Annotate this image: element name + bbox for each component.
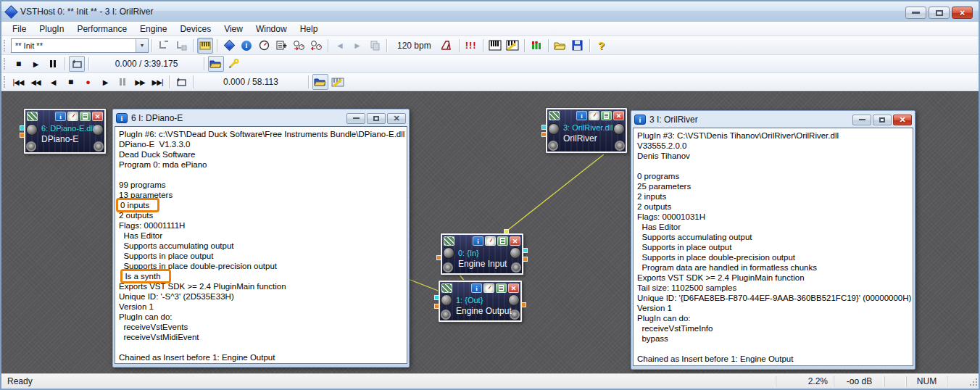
- menu-performance[interactable]: Performance: [70, 22, 133, 36]
- forward-button[interactable]: ►: [349, 38, 365, 54]
- node-info-button[interactable]: i: [473, 236, 483, 246]
- perf-play-button[interactable]: ▶: [28, 56, 43, 72]
- menu-view[interactable]: View: [217, 22, 249, 36]
- plugin-parameters-button[interactable]: [273, 38, 289, 54]
- chain-icon[interactable]: [549, 111, 560, 120]
- panic-button[interactable]: !!!: [463, 38, 479, 54]
- open-wave-file-button[interactable]: [312, 74, 328, 90]
- node-gauge-button[interactable]: [485, 236, 496, 246]
- menu-plugin[interactable]: PlugIn: [33, 22, 70, 36]
- menu-engine[interactable]: Engine: [133, 22, 173, 36]
- menu-devices[interactable]: Devices: [173, 22, 217, 36]
- node-dpiano[interactable]: i ✕ 6: DPiano-E.dll DPiano-E: [24, 109, 106, 154]
- wave-play-button[interactable]: ▶: [97, 74, 113, 90]
- copy-chain-button[interactable]: [367, 38, 383, 54]
- plugin-timing-button[interactable]: [256, 38, 272, 54]
- node-list-button[interactable]: [601, 111, 612, 120]
- metronome-button[interactable]: [439, 38, 455, 54]
- minimize-button[interactable]: [346, 113, 365, 124]
- resize-grip[interactable]: [967, 376, 979, 387]
- minimize-button[interactable]: [905, 7, 926, 19]
- wave-record-button[interactable]: ●: [80, 74, 96, 90]
- pin-midi-in[interactable]: [20, 125, 25, 130]
- wave-settings-button[interactable]: [330, 74, 346, 90]
- menu-window[interactable]: Window: [249, 22, 294, 36]
- node-close-button[interactable]: ✕: [92, 112, 103, 121]
- node-engine-input[interactable]: i ✕ 0: {In} Engine Input: [441, 233, 523, 275]
- performance-select[interactable]: ** Init ** ▼: [11, 38, 149, 53]
- node-list-button[interactable]: [497, 236, 508, 246]
- toolbar-grip[interactable]: [4, 76, 7, 88]
- close-button[interactable]: ×: [952, 7, 973, 19]
- plugin-info-button[interactable]: i: [238, 38, 254, 54]
- open-performance-button[interactable]: [552, 38, 568, 54]
- pin-chain-top[interactable]: [504, 229, 509, 234]
- menu-help[interactable]: Help: [294, 22, 325, 36]
- node-orilriver[interactable]: i ✕ 3: OrilRiver.dll OrilRiver: [546, 108, 627, 153]
- wave-to-start-button[interactable]: |◀◀: [10, 74, 26, 90]
- perf-pause-button[interactable]: [45, 56, 61, 72]
- close-button[interactable]: ✕: [387, 113, 406, 124]
- minimize-button[interactable]: [852, 115, 871, 125]
- plugin-window-titlebar[interactable]: i 3 I: OrilRiver ✕: [633, 112, 913, 128]
- chain-icon[interactable]: [444, 236, 454, 246]
- pin-audio-in[interactable]: [434, 304, 439, 309]
- show-banks-button[interactable]: [197, 38, 213, 54]
- close-button[interactable]: ✕: [893, 115, 912, 125]
- wave-pause-button[interactable]: [115, 74, 130, 90]
- titlebar[interactable]: VSTHost 0: ** Init ** - 3 I: OrilRiver ×: [1, 1, 979, 22]
- to-end-icon: ▶▶|: [152, 78, 163, 86]
- maximize-button[interactable]: [873, 115, 892, 125]
- menu-file[interactable]: File: [6, 22, 33, 36]
- node-close-button[interactable]: ✕: [613, 111, 624, 120]
- node-list-button[interactable]: [496, 283, 507, 293]
- chain-icon[interactable]: [27, 112, 38, 121]
- pin-audio-in[interactable]: [436, 255, 441, 260]
- wave-rewind-button[interactable]: ◀◀: [28, 74, 43, 90]
- chain-insert-button[interactable]: [156, 38, 172, 54]
- new-plugin-button[interactable]: [221, 38, 237, 54]
- pin-audio-out[interactable]: [521, 302, 526, 307]
- wave-step-back-button[interactable]: ◀: [45, 74, 61, 90]
- node-gauge-button[interactable]: [67, 112, 78, 121]
- back-button[interactable]: ◄: [332, 38, 348, 54]
- level-meter-button[interactable]: [528, 38, 544, 54]
- restore-button[interactable]: [929, 7, 950, 19]
- node-gauge-button[interactable]: [589, 111, 599, 120]
- pin-midi-in[interactable]: [541, 125, 547, 130]
- node-close-button[interactable]: ✕: [508, 283, 519, 293]
- pin-audio-in[interactable]: [20, 133, 25, 138]
- combo-dropdown-icon[interactable]: ▼: [136, 39, 148, 52]
- wave-ffwd-button[interactable]: ▶▶: [132, 74, 148, 90]
- save-performance-button[interactable]: [570, 38, 586, 54]
- keyboard-button[interactable]: [487, 38, 503, 54]
- keyboard-setup-button[interactable]: [504, 38, 520, 54]
- node-list-button[interactable]: [80, 112, 91, 121]
- maximize-button[interactable]: [367, 113, 386, 124]
- pin-midi-in[interactable]: [434, 295, 439, 300]
- wave-loop-button[interactable]: [173, 74, 189, 90]
- pin-audio-out[interactable]: [523, 257, 528, 262]
- pin-midi-out[interactable]: [523, 248, 528, 253]
- midi-settings-button[interactable]: [225, 56, 241, 72]
- perf-loop-button[interactable]: [69, 56, 85, 72]
- node-info-button[interactable]: i: [471, 283, 482, 293]
- perf-stop-button[interactable]: ■: [10, 56, 26, 72]
- node-engine-output[interactable]: i ✕ 1: {Out} Engine Output: [439, 281, 522, 322]
- chain-after-button[interactable]: [173, 38, 189, 54]
- open-midi-file-button[interactable]: [208, 56, 224, 72]
- toolbar-grip[interactable]: [4, 58, 7, 70]
- plugin-window-titlebar[interactable]: i 6 I: DPiano-E ✕: [115, 111, 407, 126]
- node-info-button[interactable]: i: [55, 112, 66, 121]
- pin-audio-in[interactable]: [541, 132, 547, 137]
- wave-to-end-button[interactable]: ▶▶|: [149, 74, 165, 90]
- help-button[interactable]: ?: [594, 38, 610, 54]
- wave-stop-button[interactable]: ■: [62, 74, 78, 90]
- toolbar-grip[interactable]: [4, 40, 7, 51]
- chain-icon[interactable]: [441, 283, 452, 293]
- save-bank-timed-button[interactable]: [308, 38, 324, 54]
- node-close-button[interactable]: ✕: [510, 236, 520, 246]
- load-bank-timed-button[interactable]: [291, 38, 307, 54]
- node-info-button[interactable]: i: [576, 111, 587, 120]
- node-gauge-button[interactable]: [483, 283, 494, 293]
